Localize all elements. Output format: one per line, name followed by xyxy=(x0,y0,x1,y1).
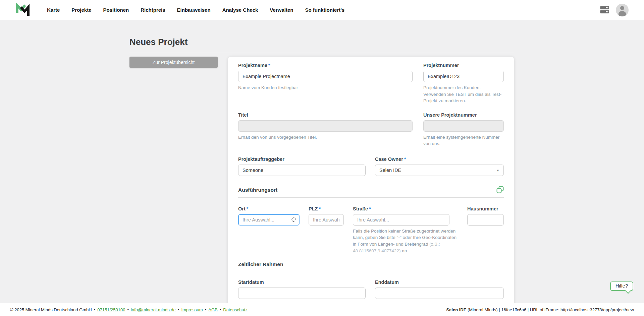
footer-phone-link[interactable]: 07151/250100 xyxy=(97,307,125,312)
plz-input[interactable] xyxy=(309,214,344,226)
field-strasse: Straße* Falls die Position keiner Straße… xyxy=(353,206,449,254)
help-button[interactable]: Hilfe? xyxy=(610,281,633,291)
left-column: Zur Projektübersicht xyxy=(129,57,228,68)
footer-copyright: © 2025 Mineral Minds Deutschland GmbH xyxy=(10,307,92,312)
footer-datenschutz-link[interactable]: Datenschutz xyxy=(223,307,247,312)
strasse-input[interactable] xyxy=(353,214,449,226)
section-ausfuehrungsort-title: Ausführungsort xyxy=(238,187,277,193)
footer-separator: • xyxy=(178,307,179,312)
footer-email-link[interactable]: info@mineral-minds.de xyxy=(131,307,176,312)
nav-item-richtpreis[interactable]: Richtpreis xyxy=(141,7,165,13)
enddatum-input[interactable] xyxy=(375,288,504,299)
ort-label: Ort* xyxy=(238,206,300,211)
mineral-minds-logo[interactable] xyxy=(15,3,30,17)
nav-item-einbauweisen[interactable]: Einbauweisen xyxy=(177,7,211,13)
page-title: Neues Projekt xyxy=(129,37,514,47)
required-marker: * xyxy=(369,206,371,211)
ort-label-text: Ort xyxy=(238,206,246,211)
field-titel: Titel Erhält den von uns vorgegebenen Ti… xyxy=(238,112,413,147)
logo-icon xyxy=(15,3,30,17)
footer-environment-info: Selen IDE (Mineral Minds) | 16fae1ffc6a6… xyxy=(446,307,634,312)
footer-separator: • xyxy=(220,307,221,312)
projektname-input[interactable] xyxy=(238,71,413,82)
enddatum-label: Enddatum xyxy=(375,279,504,285)
top-navigation-bar: Karte Projekte Positionen Richtpreis Ein… xyxy=(0,0,644,20)
required-marker: * xyxy=(268,63,270,68)
field-case-owner: Case Owner* Selen IDE ▼ xyxy=(375,156,504,176)
footer-separator: • xyxy=(127,307,129,312)
field-projektname: Projektname* Name vom Kunden festlegbar xyxy=(238,63,413,104)
required-marker: * xyxy=(404,156,406,162)
case-owner-label: Case Owner* xyxy=(375,156,504,162)
unsere-projektnummer-helper: Erhält eine systemgenerierte Nummer von … xyxy=(423,134,504,147)
field-unsere-projektnummer: Unsere Projektnummer Erhält eine systemg… xyxy=(423,112,504,147)
nav-right-controls xyxy=(600,4,629,16)
field-plz: PLZ* xyxy=(309,206,344,254)
section-zeitlicher-rahmen-title: Zeitlicher Rahmen xyxy=(238,261,283,267)
section-ausfuehrungsort-header: Ausführungsort xyxy=(238,186,504,198)
field-startdatum: Startdatum xyxy=(238,279,366,299)
case-owner-label-text: Case Owner xyxy=(375,156,403,162)
field-enddatum: Enddatum xyxy=(375,279,504,299)
footer-agb-link[interactable]: AGB xyxy=(208,307,217,312)
projektnummer-label: Projektnummer xyxy=(423,63,504,68)
strasse-label: Straße* xyxy=(353,206,449,211)
projektname-label: Projektname* xyxy=(238,63,413,68)
titel-helper: Erhält den von uns vorgegebenen Titel. xyxy=(238,134,413,141)
projektauftraggeber-label: Projektauftraggeber xyxy=(238,156,366,162)
case-owner-selected-value: Selen IDE xyxy=(379,168,401,173)
footer-separator: • xyxy=(205,307,207,312)
nav-item-projekte[interactable]: Projekte xyxy=(71,7,91,13)
unsere-projektnummer-input xyxy=(423,120,504,132)
avatar-body-shape xyxy=(619,11,626,16)
hausnummer-input[interactable] xyxy=(467,214,504,226)
nav-item-analyse-check[interactable]: Analyse Check xyxy=(222,7,258,13)
nav-item-karte[interactable]: Karte xyxy=(47,7,60,13)
startdatum-input[interactable] xyxy=(238,288,366,299)
footer-separator: • xyxy=(94,307,96,312)
nav-item-positionen[interactable]: Positionen xyxy=(103,7,129,13)
main-menu: Karte Projekte Positionen Richtpreis Ein… xyxy=(47,7,344,13)
hausnummer-label: Hausnummer xyxy=(467,206,504,211)
unsere-projektnummer-label: Unsere Projektnummer xyxy=(423,112,504,118)
main-content-area: Neues Projekt Zur Projektübersicht Proje… xyxy=(0,20,644,303)
back-to-project-overview-button[interactable]: Zur Projektübersicht xyxy=(129,57,218,68)
projektname-helper: Name vom Kunden festlegbar xyxy=(238,84,413,91)
startdatum-label: Startdatum xyxy=(238,279,366,285)
footer-legal: © 2025 Mineral Minds Deutschland GmbH • … xyxy=(10,307,248,312)
new-project-form-card: Projektname* Name vom Kunden festlegbar … xyxy=(228,57,514,303)
copy-icon xyxy=(496,186,504,194)
server-icon[interactable] xyxy=(600,6,609,14)
plz-label-text: PLZ xyxy=(309,206,318,211)
projektnummer-helper: Projektnummer des Kunden. Verwenden Sie … xyxy=(423,84,504,104)
titel-label: Titel xyxy=(238,112,413,118)
required-marker: * xyxy=(247,206,249,211)
projektauftraggeber-input[interactable] xyxy=(238,165,366,176)
field-projektauftraggeber: Projektauftraggeber xyxy=(238,156,366,176)
nav-item-so-funktionierts[interactable]: So funktioniert's xyxy=(305,7,344,13)
footer-env-details: (Mineral Minds) | 16fae1ffc6a6 | URL of … xyxy=(466,307,634,312)
footer: © 2025 Mineral Minds Deutschland GmbH • … xyxy=(0,303,644,316)
strasse-helper-main: Falls die Position keiner Straße zugeord… xyxy=(353,229,457,247)
footer-env-user: Selen IDE xyxy=(446,307,466,312)
strasse-helper-suffix: an. xyxy=(400,248,408,253)
field-ort: Ort* xyxy=(238,206,300,254)
ort-input[interactable] xyxy=(238,214,300,226)
loading-spinner-icon xyxy=(291,217,296,222)
required-marker: * xyxy=(319,206,321,211)
copy-location-button[interactable] xyxy=(496,186,504,194)
field-projektnummer: Projektnummer Projektnummer des Kunden. … xyxy=(423,63,504,104)
section-zeitlicher-rahmen-header: Zeitlicher Rahmen xyxy=(238,261,504,271)
nav-item-verwalten[interactable]: Verwalten xyxy=(270,7,293,13)
user-avatar-icon[interactable] xyxy=(616,4,629,16)
strasse-helper: Falls die Position keiner Straße zugeord… xyxy=(353,228,458,254)
projektnummer-input[interactable] xyxy=(423,71,504,82)
projektname-label-text: Projektname xyxy=(238,63,267,68)
plz-label: PLZ* xyxy=(309,206,344,211)
field-hausnummer: Hausnummer xyxy=(467,206,504,254)
titel-input xyxy=(238,120,413,132)
footer-impressum-link[interactable]: Impressum xyxy=(181,307,203,312)
case-owner-select[interactable]: Selen IDE ▼ xyxy=(375,165,504,176)
avatar-head-shape xyxy=(620,6,624,10)
strasse-label-text: Straße xyxy=(353,206,368,211)
